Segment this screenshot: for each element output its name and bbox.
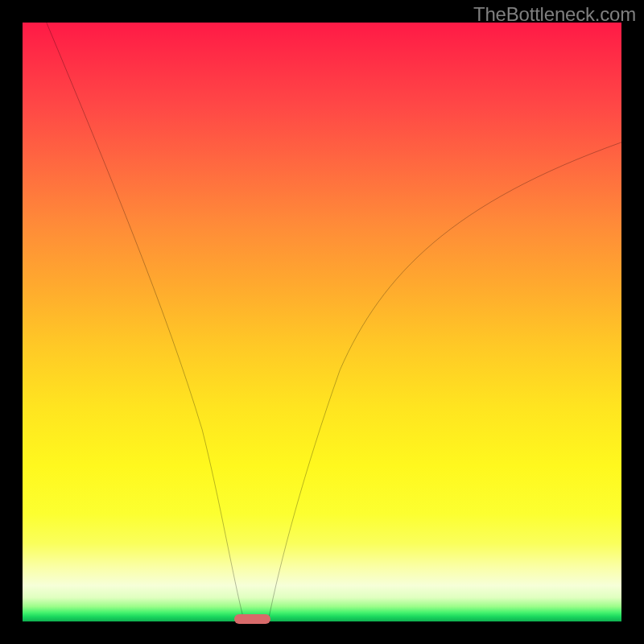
bottleneck-curve <box>23 23 621 621</box>
curve-right-branch <box>268 142 621 621</box>
curve-left-branch <box>47 23 245 621</box>
watermark-text: TheBottleneck.com <box>473 3 636 26</box>
optimum-marker <box>234 614 270 624</box>
chart-frame: TheBottleneck.com <box>0 0 644 644</box>
plot-area <box>23 23 621 621</box>
